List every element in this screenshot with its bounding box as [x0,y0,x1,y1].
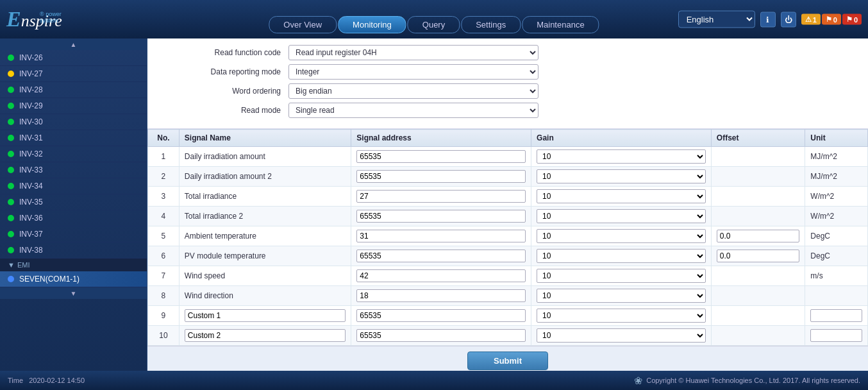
cell-addr-5[interactable] [351,246,531,266]
cell-gain-2[interactable]: 10 [531,187,712,207]
sidebar-item-inv37[interactable]: INV-37 [0,226,147,242]
alert-badge-orange[interactable]: ⚑ 0 [822,14,841,25]
addr-input-4[interactable] [356,230,526,242]
cell-addr-4[interactable] [351,226,531,246]
gain-select-5[interactable]: 10 [537,249,706,263]
sidebar: ▲ INV-26 INV-27 INV-28 INV-29 INV-30 INV… [0,38,147,371]
addr-input-6[interactable] [356,269,526,282]
cell-addr-2[interactable] [351,187,531,207]
tab-query[interactable]: Query [408,16,460,33]
alert-badge-yellow[interactable]: ⚠ 1 [801,14,821,25]
sidebar-item-inv27[interactable]: INV-27 [0,66,147,82]
offset-input-5[interactable] [717,250,799,262]
addr-input-9[interactable] [356,329,526,342]
form-row-read-mode: Read mode Single read [160,103,855,118]
cell-gain-5[interactable]: 10 [531,246,712,266]
table-row: 3Total irradiance10W/m^2 [148,187,868,207]
sidebar-item-inv33[interactable]: INV-33 [0,162,147,178]
logo-subtext: ® power system [40,11,62,24]
collapse-icon: ▼ [8,261,15,269]
tab-maintenance[interactable]: Maintenance [522,16,599,33]
addr-input-2[interactable] [356,190,526,203]
alert-badge-red[interactable]: ⚑ 0 [842,14,862,25]
sidebar-item-inv32[interactable]: INV-32 [0,146,147,162]
cell-gain-4[interactable]: 10 [531,226,712,246]
unit-input-8[interactable] [810,309,862,322]
sidebar-group-emi[interactable]: ▼ EMI [0,259,147,271]
gain-select-0[interactable]: 10 [537,149,706,164]
cell-gain-9[interactable]: 10 [531,326,712,346]
cell-gain-0[interactable]: 10 [531,147,712,167]
col-gain: Gain [531,130,712,147]
gain-select-8[interactable]: 10 [537,309,706,323]
cell-offset-5[interactable] [711,246,805,266]
addr-input-1[interactable] [356,170,526,183]
name-input-8[interactable] [185,309,346,322]
logout-icon-btn[interactable]: ⏻ [781,12,796,27]
sidebar-item-inv31[interactable]: INV-31 [0,130,147,146]
cell-name-1: Daily irradiation amount 2 [179,167,351,187]
time-value: 2020-02-12 14:50 [29,377,85,384]
sidebar-item-inv36[interactable]: INV-36 [0,210,147,226]
cell-gain-3[interactable]: 10 [531,207,712,226]
cell-addr-6[interactable] [351,266,531,286]
alert-badges: ⚠ 1 ⚑ 0 ⚑ 0 [801,14,862,25]
read-function-select[interactable]: Read input register 04H [288,45,538,60]
addr-input-7[interactable] [356,289,526,302]
read-mode-select[interactable]: Single read [288,103,538,118]
col-unit: Unit [805,130,868,147]
cell-no-1: 2 [148,167,179,187]
addr-input-3[interactable] [356,210,526,223]
offset-input-4[interactable] [717,230,799,242]
unit-input-9[interactable] [810,329,862,342]
sidebar-item-inv30[interactable]: INV-30 [0,114,147,130]
sidebar-item-inv28[interactable]: INV-28 [0,82,147,98]
sidebar-item-inv26[interactable]: INV-26 [0,50,147,66]
addr-input-8[interactable] [356,309,526,322]
sidebar-item-inv38[interactable]: INV-38 [0,242,147,259]
cell-addr-3[interactable] [351,207,531,226]
gain-select-7[interactable]: 10 [537,289,706,303]
addr-input-5[interactable] [356,250,526,262]
sidebar-item-seven[interactable]: SEVEN(COM1-1) [0,271,147,287]
gain-select-9[interactable]: 10 [537,328,706,343]
language-select[interactable]: English [678,11,755,28]
cell-addr-7[interactable] [351,286,531,306]
sidebar-scroll-down[interactable]: ▼ [0,287,147,299]
addr-input-0[interactable] [356,150,526,163]
table-row: 910 [148,306,868,326]
sidebar-scroll-up[interactable]: ▲ [0,38,147,50]
data-reporting-select[interactable]: Integer [288,64,538,80]
cell-offset-3 [711,207,805,226]
cell-gain-8[interactable]: 10 [531,306,712,326]
cell-offset-4[interactable] [711,226,805,246]
cell-addr-1[interactable] [351,167,531,187]
sidebar-item-inv35[interactable]: INV-35 [0,194,147,210]
cell-gain-6[interactable]: 10 [531,266,712,286]
sidebar-item-inv29[interactable]: INV-29 [0,98,147,114]
tab-monitoring[interactable]: Monitoring [338,16,406,33]
tab-settings[interactable]: Settings [461,16,521,33]
cell-gain-1[interactable]: 10 [531,167,712,187]
submit-button[interactable]: Submit [467,352,548,370]
gain-select-4[interactable]: 10 [537,229,706,243]
sidebar-item-inv34[interactable]: INV-34 [0,178,147,194]
gain-select-3[interactable]: 10 [537,209,706,223]
status-dot-inv35 [8,199,14,205]
word-ordering-select[interactable]: Big endian [288,83,538,99]
info-icon-btn[interactable]: ℹ [760,12,776,27]
gain-select-6[interactable]: 10 [537,269,706,283]
cell-addr-8[interactable] [351,306,531,326]
form-row-read-function: Read function code Read input register 0… [160,45,855,60]
cell-name-9[interactable] [179,326,351,346]
cell-addr-0[interactable] [351,147,531,167]
cell-offset-7 [711,286,805,306]
cell-name-8[interactable] [179,306,351,326]
cell-gain-7[interactable]: 10 [531,286,712,306]
tab-overview[interactable]: Over View [269,16,337,33]
status-dot-inv29 [8,103,14,109]
gain-select-2[interactable]: 10 [537,189,706,203]
cell-addr-9[interactable] [351,326,531,346]
name-input-9[interactable] [185,329,346,342]
gain-select-1[interactable]: 10 [537,169,706,183]
